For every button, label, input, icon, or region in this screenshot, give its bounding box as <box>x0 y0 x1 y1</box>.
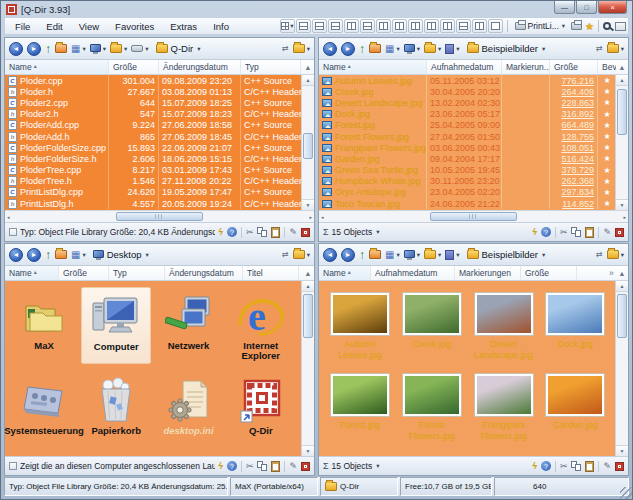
file-row[interactable]: Forest Flowers.jpg 27.04.2005 01:50 128.… <box>319 131 615 142</box>
thumbnail-item[interactable]: Desert Landscape.jpg <box>469 293 539 360</box>
folders-dropdown[interactable]: ▾ <box>424 44 441 53</box>
layout-preset-button[interactable] <box>472 19 487 33</box>
paste-icon[interactable] <box>585 227 594 238</box>
column-type[interactable]: Typ <box>109 266 165 280</box>
desktop-item-papierkorb[interactable]: Papierkorb <box>81 372 151 439</box>
back-button[interactable]: ◂ <box>323 248 337 262</box>
column-size[interactable]: Größe <box>521 266 577 280</box>
back-button[interactable]: ◂ <box>9 248 23 262</box>
layout-preset-button[interactable] <box>360 19 375 33</box>
folders-dropdown[interactable]: ▾ <box>110 44 127 53</box>
scroll-thumb[interactable] <box>617 294 627 338</box>
maximize-button[interactable]: □ <box>576 1 597 14</box>
file-row[interactable]: Ploder.cpp 301.004 09.08.2009 23:20 C++ … <box>5 75 301 86</box>
views-dropdown[interactable]: ▦▾ <box>385 44 400 54</box>
address-dropdown[interactable]: Beispielbilder▾ <box>464 248 549 261</box>
layout-preset-button[interactable] <box>376 19 391 33</box>
column-name[interactable]: Name▴ <box>319 60 427 74</box>
horizontal-scrollbar[interactable]: ◂▸ <box>5 210 314 222</box>
menu-file[interactable]: File <box>7 19 38 34</box>
computer-dropdown[interactable]: ▾ <box>404 44 420 54</box>
file-row[interactable]: Ploder2.cpp 644 15.07.2009 18:25 C++ Sou… <box>5 97 301 108</box>
help-icon[interactable]: ? <box>541 461 551 471</box>
file-row[interactable]: PloderAdd.cpp 9.224 27.06.2009 18:58 C++… <box>5 120 301 131</box>
help-icon[interactable]: ? <box>227 227 237 237</box>
file-row[interactable]: Forest.jpg 25.04.2005 09:00 664.489 ★ <box>319 120 615 131</box>
menu-info[interactable]: Info <box>205 19 237 34</box>
scroll-thumb[interactable] <box>617 89 627 135</box>
column-date[interactable]: Änderungsdatum <box>165 266 243 280</box>
thumbnail-item[interactable]: Garden.jpg <box>540 374 610 441</box>
actions-icon[interactable]: ϟ <box>218 461 223 471</box>
computer-dropdown[interactable]: ▾ <box>90 44 106 54</box>
file-row[interactable]: Desert Landscape.jpg 13.02.2004 02:30 22… <box>319 97 615 108</box>
file-row[interactable]: Dock.jpg 23.06.2005 05:17 316.892 ★ <box>319 109 615 120</box>
copy-icon[interactable] <box>571 461 581 471</box>
vertical-scrollbar[interactable]: ▲ ▼ <box>301 281 314 456</box>
computer-dropdown[interactable]: ▾ <box>404 250 420 260</box>
forward-button[interactable]: ▸ <box>27 248 41 262</box>
folder-history-icon[interactable] <box>55 44 67 53</box>
column-size[interactable]: Größe <box>109 60 159 74</box>
object-count[interactable]: 15 Objects <box>332 461 373 471</box>
back-button[interactable]: ◂ <box>323 42 337 56</box>
column-rating[interactable]: Bev <box>598 60 616 74</box>
cut-icon[interactable]: ✂ <box>246 227 254 237</box>
layout-preset-button[interactable] <box>456 19 471 33</box>
swap-panes-icon[interactable]: ⇄ <box>596 250 603 259</box>
scroll-thumb[interactable] <box>303 133 313 159</box>
file-row[interactable]: PrintListDlg.h 4.557 20.05.2009 19:24 C/… <box>5 198 301 209</box>
column-overflow[interactable]: »▴ <box>577 266 628 280</box>
edit-icon[interactable]: ✎ <box>603 227 611 237</box>
file-row[interactable]: PloderAdd.h 865 27.06.2009 18:45 C/C++ H… <box>5 131 301 142</box>
resize-grip[interactable] <box>620 487 632 499</box>
column-name[interactable]: Name▴ <box>5 60 109 74</box>
up-button[interactable]: ↑ <box>45 250 51 260</box>
close-button[interactable]: × <box>598 1 627 14</box>
views-dropdown[interactable]: ▦▾ <box>71 44 86 54</box>
desktop-item-computer[interactable]: Computer <box>81 287 151 364</box>
menu-edit[interactable]: Edit <box>38 19 70 34</box>
desktop-item-max[interactable]: MaX <box>9 287 79 364</box>
desktop-item-desktop-ini[interactable]: desktop.ini <box>154 372 224 439</box>
scroll-up-arrow[interactable]: ▲ <box>302 75 314 86</box>
folder-history-icon[interactable] <box>55 250 67 259</box>
file-row[interactable]: Garden.jpg 09.04.2004 17:17 516.424 ★ <box>319 153 615 164</box>
minimize-button[interactable]: — <box>554 1 575 14</box>
folder-history-icon[interactable] <box>369 250 381 259</box>
column-markings[interactable]: Markierun... <box>502 60 550 74</box>
search-icon[interactable] <box>603 22 611 30</box>
go-folder-dropdown[interactable]: ▾ <box>607 44 624 53</box>
column-size[interactable]: Größe <box>59 266 109 280</box>
thumbnail-item[interactable]: Forest.jpg <box>325 374 395 441</box>
cut-icon[interactable]: ✂ <box>560 461 568 471</box>
file-row[interactable]: Oryx Antelope.jpg 23.04.2005 02:20 297.8… <box>319 187 615 198</box>
paste-icon[interactable] <box>271 461 280 472</box>
swap-panes-icon[interactable]: ⇄ <box>282 250 289 259</box>
go-folder-dropdown[interactable]: ▾ <box>293 250 310 259</box>
up-button[interactable]: ↑ <box>45 44 51 54</box>
layout-preset-button[interactable] <box>312 19 327 33</box>
up-button[interactable]: ↑ <box>359 44 365 54</box>
edit-icon[interactable]: ✎ <box>603 461 611 471</box>
qdir-red-icon[interactable] <box>615 228 624 237</box>
file-row[interactable]: PloderFolderSize.cpp 15.893 22.06.2009 2… <box>5 142 301 153</box>
scroll-up-arrow[interactable]: ▲ <box>302 281 314 292</box>
file-row[interactable]: Creek.jpg 30.04.2005 20:20 264.409 ★ <box>319 86 615 97</box>
apps-dropdown[interactable]: ▾ <box>445 44 459 54</box>
menu-favorites[interactable]: Favorites <box>107 19 162 34</box>
file-row[interactable]: Humpback Whale.jpg 30.11.2005 23:20 262.… <box>319 176 615 187</box>
views-dropdown[interactable]: ▦▾ <box>71 250 86 260</box>
scroll-thumb[interactable] <box>116 212 203 221</box>
file-row[interactable]: PloderTree.cpp 8.217 03.01.2009 17:43 C+… <box>5 165 301 176</box>
desktop-item-systemsteuerung[interactable]: Systemsteuerung <box>9 372 79 439</box>
qdir-red-icon[interactable] <box>615 462 624 471</box>
drives-dropdown[interactable]: ▾ <box>131 45 148 53</box>
scroll-up-arrow[interactable]: ▲ <box>616 281 628 292</box>
swap-panes-icon[interactable]: ⇄ <box>596 44 603 53</box>
edit-icon[interactable]: ✎ <box>289 227 297 237</box>
layout-preset-button[interactable] <box>424 19 439 33</box>
desktop-item-qdir[interactable]: Q-Dir <box>226 372 296 439</box>
layout-preset-button[interactable] <box>296 19 311 33</box>
file-row[interactable]: Frangipani Flowers.jpg 03.06.2005 00:43 … <box>319 142 615 153</box>
